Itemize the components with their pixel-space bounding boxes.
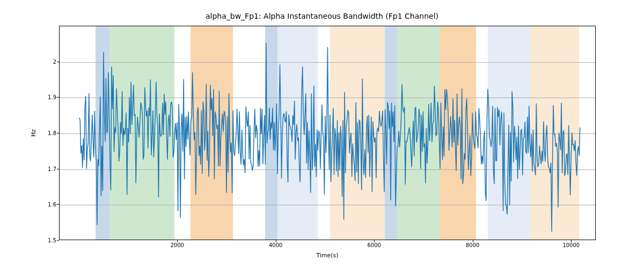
- figure: alpha_bw_Fp1: Alpha Instantaneous Bandwi…: [0, 0, 644, 268]
- x-tick-mark: [177, 240, 178, 242]
- x-tick-mark: [276, 240, 276, 242]
- x-tick-mark: [374, 240, 375, 242]
- y-tick-mark: [57, 240, 59, 241]
- series-line: [79, 43, 580, 232]
- y-tick-label: 1.9: [30, 94, 56, 100]
- x-tick-mark: [473, 240, 473, 242]
- x-tick-label: 6000: [367, 242, 380, 248]
- y-tick-label: 1.6: [30, 202, 56, 207]
- x-axis-label: Time(s): [316, 252, 338, 259]
- y-tick-label: 1.8: [30, 130, 56, 136]
- y-tick-label: 2: [30, 58, 56, 64]
- x-tick-label: 2000: [170, 242, 184, 248]
- x-tick-label: 10000: [562, 242, 580, 248]
- x-tick-mark: [571, 240, 572, 242]
- y-tick-label: 1.5: [30, 237, 56, 243]
- x-tick-label: 4000: [269, 242, 282, 248]
- chart-title: alpha_bw_Fp1: Alpha Instantaneous Bandwi…: [0, 12, 644, 20]
- plot-area: [59, 26, 596, 240]
- x-tick-label: 8000: [466, 242, 479, 248]
- y-tick-label: 1.7: [30, 166, 56, 172]
- line-series: [60, 26, 596, 240]
